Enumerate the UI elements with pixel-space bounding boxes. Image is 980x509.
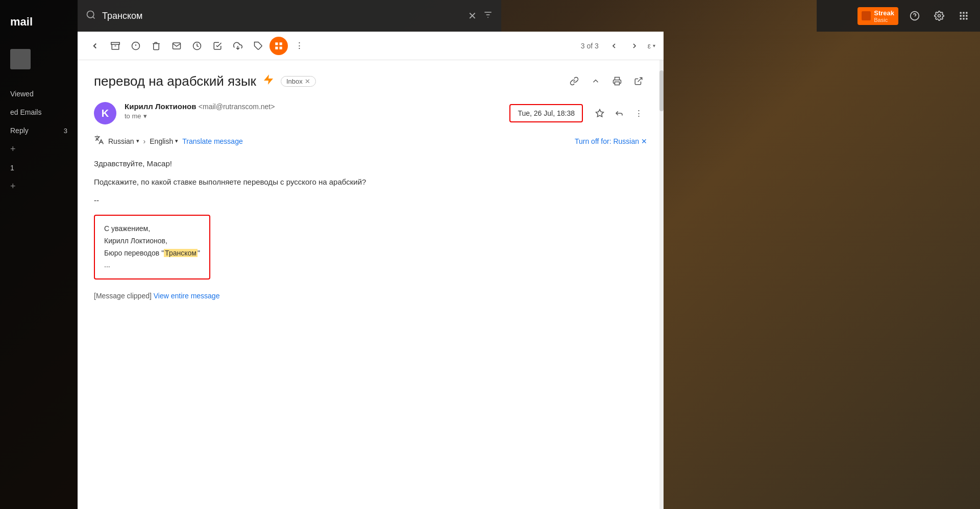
sig-line2: Кирилл Локтионов,	[104, 235, 200, 247]
app-logo: mail	[0, 10, 43, 44]
star-button[interactable]	[591, 105, 608, 122]
svg-rect-9	[963, 12, 964, 14]
svg-marker-32	[596, 110, 604, 117]
body-dashes: --	[94, 194, 647, 207]
streak-name: Streak	[874, 9, 894, 17]
help-button[interactable]	[906, 8, 923, 24]
new-window-button[interactable]	[630, 72, 647, 90]
label-button[interactable]	[249, 37, 267, 55]
print-button[interactable]	[608, 72, 626, 90]
link-button[interactable]	[566, 72, 583, 90]
delete-button[interactable]	[147, 37, 165, 55]
svg-rect-16	[966, 18, 967, 19]
highlight-button[interactable]	[270, 37, 288, 55]
info-button[interactable]	[127, 37, 145, 55]
sidebar-item-emails[interactable]: ed Emails	[0, 103, 78, 121]
email-date: Tue, 26 Jul, 18:38	[509, 104, 583, 122]
svg-rect-13	[966, 15, 967, 16]
archive-button[interactable]	[106, 37, 125, 55]
svg-line-31	[638, 78, 642, 82]
email-body: Здравствуйте, Масар! Подскажите, по како…	[94, 158, 647, 207]
expand-button[interactable]	[587, 72, 604, 90]
message-clipped: [Message clipped] View entire message	[94, 292, 647, 300]
sidebar-item-viewed[interactable]: Viewed	[0, 85, 78, 103]
view-entire-message-link[interactable]: View entire message	[154, 292, 220, 300]
inbox-close-icon[interactable]: ✕	[305, 78, 310, 85]
chevron-down-icon[interactable]: ▾	[143, 112, 147, 120]
sidebar-add-2[interactable]: +	[0, 177, 78, 196]
sig-line3: Бюро переводов "Транском"	[104, 247, 200, 260]
scroll-indicator[interactable]: ε ▾	[648, 42, 655, 50]
streak-arrow-icon	[262, 73, 275, 89]
sidebar-nav: Viewed ed Emails Reply 3 + 1 +	[0, 85, 78, 196]
reply-badge: 3	[64, 127, 67, 135]
sender-name: Кирилл Локтионов	[125, 102, 196, 111]
svg-line-1	[93, 16, 95, 18]
prev-email-button[interactable]	[605, 37, 623, 55]
back-button[interactable]	[86, 37, 104, 55]
email-toolbar: ⋮ 3 of 3 ε ▾	[78, 32, 664, 60]
sig-dots: ...	[104, 259, 200, 271]
sender-info: Кирилл Локтионов <mail@rutranscom.net> t…	[125, 102, 501, 120]
streak-plan: Basic	[874, 17, 894, 23]
translate-direction-icon: ›	[143, 137, 146, 145]
streak-badge: Streak Basic	[857, 7, 898, 25]
svg-rect-14	[960, 18, 962, 19]
subject-row: перевод на арабский язык Inbox ✕	[94, 72, 647, 90]
move-button[interactable]	[229, 37, 247, 55]
svg-rect-11	[960, 15, 962, 16]
more-options-button[interactable]: ⋮	[290, 37, 308, 55]
email-scrollbar[interactable]	[659, 60, 664, 509]
svg-rect-28	[280, 46, 282, 49]
signature-box: С уважением, Кирилл Локтионов, Бюро пере…	[94, 215, 210, 279]
svg-rect-15	[963, 18, 964, 19]
subject-actions	[566, 72, 647, 90]
settings-button[interactable]	[931, 8, 947, 24]
sender-email: <mail@rutranscom.net>	[199, 103, 275, 111]
inbox-badge[interactable]: Inbox ✕	[281, 76, 316, 87]
svg-rect-10	[966, 12, 967, 14]
check-button[interactable]	[208, 37, 227, 55]
translate-bar: Russian ▾ › English ▾ Translate message …	[94, 135, 647, 147]
svg-rect-26	[280, 42, 282, 45]
search-filter-button[interactable]	[483, 10, 493, 22]
apps-button[interactable]	[955, 8, 972, 24]
email-content: перевод на арабский язык Inbox ✕	[78, 60, 664, 509]
mail-button[interactable]	[167, 37, 186, 55]
translate-message-link[interactable]: Translate message	[182, 137, 243, 145]
translate-from-lang[interactable]: Russian ▾	[108, 137, 139, 145]
more-button[interactable]: ⋮	[630, 105, 647, 122]
svg-rect-8	[960, 12, 962, 14]
svg-rect-17	[111, 42, 120, 44]
email-panel: ⋮ 3 of 3 ε ▾ перевод на арабский язык	[78, 32, 664, 509]
sender-row: K Кирилл Локтионов <mail@rutranscom.net>…	[94, 102, 647, 124]
sidebar-item-reply[interactable]: Reply 3	[0, 121, 78, 140]
pagination-text: 3 of 3	[581, 42, 599, 50]
top-header: Streak Basic	[817, 0, 980, 32]
svg-rect-12	[963, 15, 964, 16]
search-icon	[86, 10, 96, 22]
next-email-button[interactable]	[625, 37, 644, 55]
turn-off-translation[interactable]: Turn off for: Russian ✕	[575, 137, 647, 145]
svg-rect-30	[615, 82, 620, 85]
turn-off-close-icon[interactable]: ✕	[641, 137, 647, 145]
sender-actions: ⋮	[591, 105, 647, 122]
sidebar: mail Viewed ed Emails Reply 3 + 1 +	[0, 0, 78, 509]
reply-button[interactable]	[610, 105, 628, 122]
sidebar-add-1[interactable]: +	[0, 140, 78, 159]
clock-button[interactable]	[188, 37, 206, 55]
search-input[interactable]	[102, 11, 462, 21]
svg-point-0	[87, 11, 94, 17]
svg-rect-25	[275, 42, 278, 45]
streak-icon	[862, 11, 871, 20]
sender-to: to me ▾	[125, 112, 501, 120]
translate-icon	[94, 135, 104, 147]
body-question: Подскажите, по какой ставке выполняете п…	[94, 176, 647, 188]
sidebar-avatar	[10, 49, 31, 69]
body-greeting: Здравствуйте, Масар!	[94, 158, 647, 170]
search-close-button[interactable]: ✕	[468, 10, 477, 22]
svg-rect-27	[275, 46, 278, 49]
sidebar-item-count[interactable]: 1	[0, 159, 78, 177]
scrollbar-thumb	[659, 70, 664, 111]
translate-to-lang[interactable]: English ▾	[150, 137, 178, 145]
